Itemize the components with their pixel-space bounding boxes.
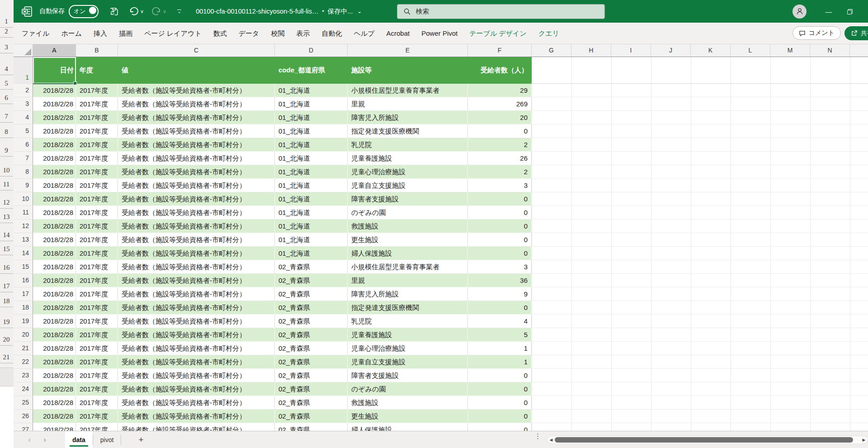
cell-facility[interactable]: 更生施設 <box>348 410 468 423</box>
cell-year[interactable]: 2017年度 <box>76 410 118 423</box>
redo-dropdown-chevron[interactable]: ∨ <box>163 9 166 14</box>
row-header[interactable]: 23 <box>14 369 33 382</box>
empty-cells-region[interactable] <box>532 111 868 124</box>
cell-count[interactable]: 26 <box>468 152 532 165</box>
row-header[interactable]: 25 <box>14 396 33 410</box>
scroll-right-arrow[interactable]: ▶ <box>860 438 868 442</box>
share-button[interactable]: 共有 <box>844 26 868 40</box>
ribbon-tab-ページ レイアウト[interactable]: ページ レイアウト <box>138 23 208 44</box>
cell-code[interactable]: 01_北海道 <box>275 233 348 247</box>
empty-cells-region[interactable] <box>532 301 868 315</box>
column-header-M[interactable]: M <box>770 44 810 57</box>
undo-dropdown-chevron[interactable]: ∨ <box>140 9 144 14</box>
cell-value[interactable]: 受給者数（施設等受給資格者-市町村分） <box>118 247 275 260</box>
empty-cells-region[interactable] <box>532 287 868 301</box>
column-header-A[interactable]: A <box>33 44 76 57</box>
row-header[interactable]: 9 <box>14 179 33 192</box>
cell-date[interactable]: 2018/2/28 <box>33 382 76 396</box>
cell-count[interactable]: 4 <box>468 315 532 328</box>
row-header[interactable]: 24 <box>14 382 33 396</box>
cell-count[interactable]: 0 <box>468 206 532 219</box>
cell-facility[interactable]: 児童養護施設 <box>348 328 468 342</box>
cell-count[interactable]: 36 <box>468 274 532 287</box>
empty-cells-region[interactable] <box>532 274 868 287</box>
cell-code[interactable]: 01_北海道 <box>275 138 348 152</box>
cell-date[interactable]: 2018/2/28 <box>33 219 76 233</box>
row-header[interactable]: 3 <box>14 97 33 111</box>
cell-code[interactable]: 02_青森県 <box>275 328 348 342</box>
cell-date[interactable]: 2018/2/28 <box>33 423 76 431</box>
empty-cells-region[interactable] <box>532 247 868 260</box>
cell-code[interactable]: 02_青森県 <box>275 260 348 274</box>
quick-access-toolbar-chevron[interactable]: ⌄ <box>177 10 181 14</box>
row-header[interactable]: 18 <box>14 301 33 315</box>
cell-facility[interactable]: 障害者支援施設 <box>348 192 468 206</box>
row-header[interactable]: 4 <box>14 111 33 124</box>
row-header[interactable]: 2 <box>14 84 33 97</box>
cell-facility[interactable]: 里親 <box>348 274 468 287</box>
cell-date[interactable]: 2018/2/28 <box>33 396 76 410</box>
sheet-tab-pivot[interactable]: pivot <box>93 431 121 448</box>
cell-count[interactable]: 3 <box>468 179 532 192</box>
cell-value[interactable]: 受給者数（施設等受給資格者-市町村分） <box>118 111 275 124</box>
cell-date[interactable]: 2018/2/28 <box>33 206 76 219</box>
row-header[interactable]: 27 <box>14 423 33 431</box>
column-header-J[interactable]: J <box>651 44 691 57</box>
tabbar-more-options[interactable]: ⋮ <box>534 434 541 438</box>
cell-year[interactable]: 2017年度 <box>76 274 118 287</box>
header-cell-facility[interactable]: 施設等 <box>348 57 468 84</box>
empty-cells-region[interactable] <box>532 165 868 179</box>
cell-code[interactable]: 02_青森県 <box>275 274 348 287</box>
cell-code[interactable]: 01_北海道 <box>275 84 348 97</box>
cell-count[interactable]: 0 <box>468 382 532 396</box>
header-cell-year[interactable]: 年度 <box>76 57 118 84</box>
cell-value[interactable]: 受給者数（施設等受給資格者-市町村分） <box>118 369 275 382</box>
cell-facility[interactable]: 児童養護施設 <box>348 152 468 165</box>
cell-value[interactable]: 受給者数（施設等受給資格者-市町村分） <box>118 396 275 410</box>
cell-count[interactable]: 0 <box>468 192 532 206</box>
cell-count[interactable]: 0 <box>468 369 532 382</box>
cell-year[interactable]: 2017年度 <box>76 97 118 111</box>
row-header[interactable]: 8 <box>14 165 33 179</box>
header-cell-code[interactable]: code_都道府県 <box>275 57 348 84</box>
cell-facility[interactable]: 婦人保護施設 <box>348 423 468 431</box>
empty-cells-region[interactable] <box>532 328 868 342</box>
cell-value[interactable]: 受給者数（施設等受給資格者-市町村分） <box>118 219 275 233</box>
cell-count[interactable]: 0 <box>468 247 532 260</box>
cell-year[interactable]: 2017年度 <box>76 247 118 260</box>
cell-value[interactable]: 受給者数（施設等受給資格者-市町村分） <box>118 179 275 192</box>
column-header-N[interactable]: N <box>810 44 850 57</box>
search-box[interactable]: 検索 <box>397 4 605 19</box>
horizontal-scrollbar-thumb[interactable] <box>555 437 853 443</box>
cell-date[interactable]: 2018/2/28 <box>33 301 76 315</box>
empty-cells-region[interactable] <box>532 124 868 138</box>
ribbon-tab-描画[interactable]: 描画 <box>113 23 138 44</box>
empty-cells-region[interactable] <box>532 97 868 111</box>
column-header-G[interactable]: G <box>532 44 571 57</box>
cell-facility[interactable]: 児童自立支援施設 <box>348 179 468 192</box>
cell-facility[interactable]: 指定発達支援医療機関 <box>348 124 468 138</box>
cell-facility[interactable]: 障害者支援施設 <box>348 369 468 382</box>
cell-year[interactable]: 2017年度 <box>76 315 118 328</box>
cell-date[interactable]: 2018/2/28 <box>33 315 76 328</box>
autosave-toggle[interactable]: オン <box>69 5 99 18</box>
column-header-E[interactable]: E <box>348 44 468 57</box>
cell-value[interactable]: 受給者数（施設等受給資格者-市町村分） <box>118 287 275 301</box>
cell-value[interactable]: 受給者数（施設等受給資格者-市町村分） <box>118 165 275 179</box>
cell-year[interactable]: 2017年度 <box>76 124 118 138</box>
cell-code[interactable]: 02_青森県 <box>275 355 348 369</box>
ribbon-tab-校閲[interactable]: 校閲 <box>265 23 290 44</box>
empty-cells-region[interactable] <box>532 260 868 274</box>
cell-value[interactable]: 受給者数（施設等受給資格者-市町村分） <box>118 382 275 396</box>
cell-value[interactable]: 受給者数（施設等受給資格者-市町村分） <box>118 423 275 431</box>
cell-date[interactable]: 2018/2/28 <box>33 192 76 206</box>
empty-cells-region[interactable] <box>532 152 868 165</box>
cell-count[interactable]: 0 <box>468 410 532 423</box>
empty-cells-region[interactable] <box>532 219 868 233</box>
close-button[interactable]: ✕ <box>860 0 868 23</box>
cell-date[interactable]: 2018/2/28 <box>33 111 76 124</box>
cell-date[interactable]: 2018/2/28 <box>33 287 76 301</box>
cell-code[interactable]: 02_青森県 <box>275 410 348 423</box>
empty-cells-region[interactable] <box>532 138 868 152</box>
ribbon-tab-Acrobat[interactable]: Acrobat <box>381 23 416 44</box>
